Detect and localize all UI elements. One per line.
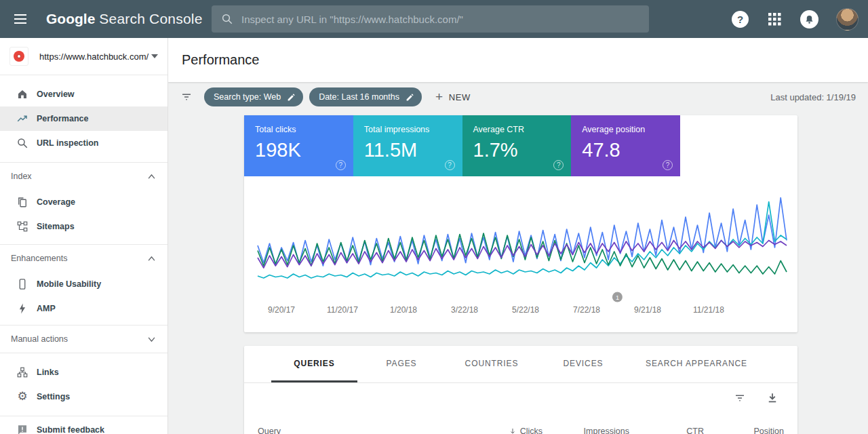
column-query[interactable]: Query — [258, 427, 448, 434]
sidebar-item-url-inspection[interactable]: URL inspection — [0, 131, 167, 155]
x-axis-tick-label: 3/22/18 — [451, 305, 478, 315]
date-filter-chip[interactable]: Date: Last 16 months — [309, 87, 422, 106]
sidebar-item-sitemaps[interactable]: Sitemaps — [0, 214, 167, 239]
app-header: GoogleSearch Console ? — [0, 0, 868, 38]
table-header-row: Query Clicks Impressions CTR Position — [244, 427, 797, 434]
filter-list-icon[interactable] — [180, 91, 193, 103]
section-index[interactable]: Index — [0, 163, 167, 190]
average-ctr-card[interactable]: Average CTR 1.7% ? — [462, 115, 572, 176]
section-manual-actions[interactable]: Manual actions — [0, 326, 167, 353]
coverage-pages-icon — [16, 196, 28, 208]
x-axis-tick-label: 9/21/18 — [634, 305, 661, 315]
dimension-tabs: QUERIES PAGES COUNTRIES DEVICES SEARCH A… — [244, 346, 797, 383]
x-axis-tick-label: 7/22/18 — [573, 305, 600, 315]
tab-search-appearance[interactable]: SEARCH APPEARANCE — [629, 346, 764, 382]
column-ctr[interactable]: CTR — [629, 427, 704, 434]
sidebar-item-mobile-usability[interactable]: Mobile Usability — [0, 272, 167, 296]
x-axis-tick-label: 11/21/18 — [693, 305, 724, 315]
sidebar-item-overview[interactable]: Overview — [0, 82, 167, 106]
notifications-button[interactable] — [800, 10, 818, 28]
tab-pages[interactable]: PAGES — [357, 346, 446, 382]
user-avatar[interactable] — [836, 8, 859, 31]
annotation-marker-label: 1 — [616, 294, 619, 301]
lightning-bolt-icon — [16, 302, 28, 315]
table-toolbar — [244, 383, 797, 413]
new-filter-button[interactable]: + NEW — [435, 91, 471, 103]
trending-up-icon — [16, 113, 28, 125]
total-impressions-card[interactable]: Total impressions 11.5M ? — [353, 115, 462, 176]
sidebar-item-performance[interactable]: Performance — [0, 106, 167, 131]
total-clicks-card[interactable]: Total clicks 198K ? — [244, 115, 353, 176]
column-position[interactable]: Position — [704, 427, 784, 434]
tab-devices[interactable]: DEVICES — [538, 346, 629, 382]
help-circle-icon[interactable]: ? — [336, 160, 346, 170]
chevron-up-icon — [148, 256, 155, 261]
main-content: Performance Search type: Web Date: Last … — [168, 38, 868, 434]
download-icon[interactable] — [766, 392, 778, 404]
last-updated-label: Last updated: 1/19/19 — [770, 92, 856, 102]
average-position-card[interactable]: Average position 47.8 ? — [571, 115, 680, 176]
help-circle-icon[interactable]: ? — [553, 160, 564, 170]
chevron-down-icon — [148, 337, 155, 342]
section-enhancements[interactable]: Enhancements — [0, 245, 167, 272]
sidebar-item-settings[interactable]: ⚙ Settings — [0, 384, 167, 409]
tab-queries[interactable]: QUERIES — [271, 346, 357, 382]
x-axis-tick-label: 9/20/17 — [268, 305, 295, 315]
feedback-icon — [16, 424, 28, 434]
column-clicks[interactable]: Clicks — [448, 427, 542, 434]
help-circle-icon[interactable]: ? — [663, 160, 673, 170]
sitemap-tree-icon — [16, 220, 28, 233]
phone-icon — [16, 278, 28, 290]
property-selector[interactable]: https://www.hatchbuck.com/ — [0, 38, 167, 75]
divider — [0, 416, 167, 416]
gear-icon: ⚙ — [16, 391, 28, 403]
search-type-filter-chip[interactable]: Search type: Web — [204, 87, 303, 106]
links-tree-icon — [16, 366, 28, 378]
help-button[interactable]: ? — [732, 11, 749, 28]
search-icon — [16, 137, 28, 149]
search-input[interactable] — [241, 14, 639, 25]
table-filter-icon[interactable] — [734, 392, 746, 404]
sidebar-item-submit-feedback[interactable]: Submit feedback — [0, 418, 167, 434]
sidebar-item-amp[interactable]: AMP — [0, 296, 167, 321]
plus-icon: + — [435, 91, 443, 103]
help-circle-icon[interactable]: ? — [445, 160, 455, 170]
apps-grid-icon[interactable] — [766, 11, 783, 27]
performance-chart-svg[interactable]: 9/20/1711/20/171/20/183/22/185/22/187/22… — [244, 176, 797, 332]
property-favicon-icon — [9, 47, 28, 66]
help-icon: ? — [737, 14, 743, 25]
tab-countries[interactable]: COUNTRIES — [446, 346, 538, 382]
chevron-up-icon — [148, 174, 155, 179]
menu-icon[interactable] — [12, 11, 28, 27]
home-icon — [16, 88, 28, 100]
page-header: Performance — [168, 38, 868, 82]
filter-bar: Search type: Web Date: Last 16 months + … — [168, 82, 868, 112]
page-title: Performance — [182, 52, 260, 68]
url-inspect-searchbox[interactable] — [212, 5, 649, 33]
property-url: https://www.hatchbuck.com/ — [39, 52, 151, 62]
caret-down-icon — [151, 54, 158, 58]
sort-descending-icon — [509, 427, 517, 434]
sidebar: https://www.hatchbuck.com/ Overview Perf… — [0, 38, 168, 434]
pencil-icon — [406, 93, 414, 102]
x-axis-tick-label: 5/22/18 — [512, 305, 539, 315]
sidebar-item-links[interactable]: Links — [0, 360, 167, 384]
logo-search-console: Search Console — [99, 11, 202, 26]
column-impressions[interactable]: Impressions — [542, 427, 629, 434]
app-logo: GoogleSearch Console — [46, 11, 203, 27]
x-axis-tick-label: 1/20/18 — [390, 305, 417, 315]
bell-icon — [804, 14, 814, 24]
sidebar-item-coverage[interactable]: Coverage — [0, 190, 167, 214]
pencil-icon — [287, 93, 296, 102]
header-actions: ? — [732, 0, 859, 38]
search-icon — [221, 13, 233, 25]
dimensions-table-panel: QUERIES PAGES COUNTRIES DEVICES SEARCH A… — [244, 346, 797, 434]
x-axis-tick-label: 11/20/17 — [327, 305, 358, 315]
performance-chart-panel: Total clicks 198K ? Total impressions 11… — [244, 115, 797, 332]
metric-cards: Total clicks 198K ? Total impressions 11… — [244, 115, 797, 176]
logo-google: Google — [46, 11, 95, 26]
